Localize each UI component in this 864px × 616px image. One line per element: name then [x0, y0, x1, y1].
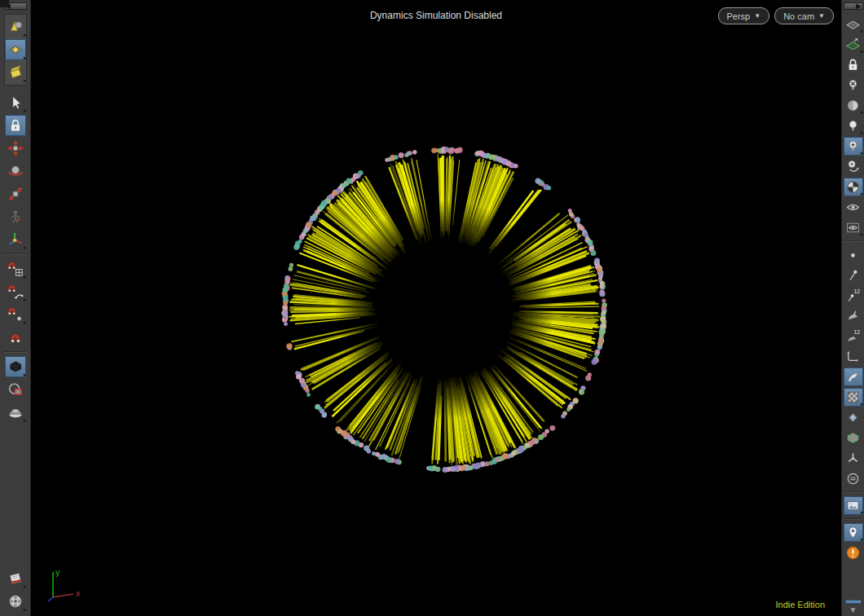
snapshot-tool[interactable]: ▸ [5, 568, 26, 589]
display-particles-icon [844, 409, 862, 426]
display-point-normals-icon [844, 266, 862, 284]
axis-x-line [53, 594, 73, 597]
render-region-icon [7, 381, 24, 398]
submenu-corner-icon: ▸ [24, 583, 27, 589]
pose-tool[interactable] [5, 206, 26, 227]
submenu-corner-icon: ▸ [24, 108, 27, 113]
display-prim-normals-icon [844, 307, 862, 324]
display-background-image-toggle[interactable]: ▸ [844, 496, 863, 515]
secure-selection-icon [7, 117, 24, 134]
display-profiles-icon [844, 348, 862, 365]
scrollbar-thumb[interactable] [845, 600, 862, 604]
viewport-messages-button[interactable] [844, 543, 863, 562]
submenu-corner-icon: ▸ [24, 244, 27, 250]
display-textures-toggle[interactable]: ▸ [844, 388, 863, 407]
display-profiles-toggle[interactable] [844, 347, 863, 366]
show-handles-tool[interactable]: ▸ [5, 16, 26, 37]
view-tool[interactable]: ▸ [5, 356, 26, 377]
submenu-corner-icon: ▸ [861, 231, 864, 237]
display-prim-numbers-toggle[interactable]: 12 [844, 327, 863, 345]
follow-headlight-icon [844, 158, 862, 175]
rotate-icon [7, 162, 24, 180]
reference-plane-icon [844, 15, 862, 33]
select-tool[interactable]: ▸ [5, 92, 26, 113]
follow-headlight-toggle[interactable] [844, 157, 863, 176]
lighting-off-toggle[interactable] [844, 76, 863, 95]
viewport[interactable]: Dynamics Simulation Disabled Persp ▼ No … [31, 0, 841, 616]
construction-plane-icon [844, 36, 862, 53]
submenu-corner-icon: ▸ [24, 55, 27, 60]
scale-tool[interactable] [5, 183, 26, 205]
scroll-down-icon[interactable]: ▼ [849, 606, 857, 614]
license-watermark: Indie Edition [775, 600, 825, 609]
visibility-options-toggle[interactable] [844, 198, 863, 217]
environment-dome-tool[interactable]: ▸ [5, 402, 26, 423]
isolate-view-toggle[interactable]: ▸ [844, 218, 863, 237]
move-tool[interactable] [5, 138, 26, 159]
grid-snap-icon [7, 260, 24, 278]
display-forces-toggle[interactable] [844, 449, 863, 468]
display-prim-normals-toggle[interactable] [844, 306, 863, 325]
display-materials-icon [844, 178, 862, 196]
reference-plane-toggle[interactable]: ▸ [844, 15, 863, 33]
rotate-tool[interactable] [5, 161, 26, 182]
flipbook-tool[interactable]: ▸ [5, 591, 26, 612]
shaded-mode-icon [844, 368, 862, 385]
viewport-left-toolbar: ◀ ▸▸▸▸▸▸▸▸▸▸▸▸ [0, 0, 31, 616]
display-prim-numbers-icon: 12 [844, 328, 862, 345]
scale-icon [7, 185, 24, 203]
headlight-toggle[interactable]: ▸ [844, 117, 863, 135]
display-point-numbers-toggle[interactable]: 12 [844, 286, 863, 305]
visualizers-icon [844, 470, 862, 487]
curve-snap-icon [7, 283, 24, 301]
projection-menu-label: Persp [727, 11, 751, 21]
projection-menu[interactable]: Persp ▼ [718, 7, 770, 24]
select-objects-icon [7, 41, 24, 59]
multi-snap-toggle[interactable] [5, 327, 26, 348]
select-geometry-icon [7, 64, 24, 81]
select-geometry-tool[interactable]: ▸ [5, 62, 26, 83]
toolbar-corner-block [0, 0, 9, 7]
curve-snap-toggle[interactable]: ▸ [5, 281, 26, 302]
normal-lighting-toggle[interactable]: ▸ [844, 137, 863, 156]
svg-text:12: 12 [853, 288, 860, 294]
point-snap-toggle[interactable]: ▸ [5, 304, 26, 325]
display-guides-toggle[interactable] [844, 429, 863, 447]
display-point-numbers-icon: 12 [844, 287, 862, 304]
select-icon [7, 94, 24, 112]
point-snap-icon [7, 306, 24, 323]
submenu-corner-icon: ▸ [861, 536, 864, 542]
chevron-down-icon: ▼ [754, 12, 760, 20]
display-particles-toggle[interactable] [844, 408, 863, 427]
display-materials-toggle[interactable]: ▸ [844, 178, 863, 196]
right-toolbar-scroll-handle[interactable]: ▶ [844, 2, 863, 10]
grid-snap-toggle[interactable]: ▸ [5, 258, 26, 279]
display-points-toggle[interactable] [844, 245, 863, 264]
submenu-corner-icon: ▸ [24, 32, 27, 37]
select-objects-tool[interactable]: ▸ [5, 39, 26, 60]
selection-mode-group: ▸▸▸ [4, 14, 27, 86]
submenu-corner-icon: ▸ [861, 401, 864, 407]
transform-handles-tool[interactable]: ▸ [5, 229, 26, 250]
snapshot-icon [7, 570, 24, 587]
viewport-render [31, 0, 841, 616]
environment-dome-icon [7, 403, 24, 421]
submenu-corner-icon: ▸ [861, 191, 864, 196]
axis-y-label: y [55, 567, 60, 577]
camera-select-menu-label: No cam [783, 11, 814, 21]
shading-sphere-toggle[interactable]: ▸ [844, 96, 863, 115]
render-region-tool[interactable] [5, 379, 26, 400]
secure-selection-toggle[interactable] [5, 115, 26, 136]
view-icon [7, 358, 24, 376]
visibility-options-icon [844, 199, 862, 216]
camera-select-menu[interactable]: No cam ▼ [774, 7, 834, 24]
right-toolbar-scrollbar[interactable]: ▼ [845, 600, 862, 616]
shaded-mode-toggle[interactable] [844, 367, 863, 386]
right-toolbar-divider-2 [844, 491, 862, 493]
display-point-normals-toggle[interactable] [844, 266, 863, 284]
display-lock-toggle[interactable] [844, 55, 863, 74]
visualizers-menu[interactable] [844, 469, 863, 488]
view-location-toggle[interactable]: ▸ [844, 523, 863, 542]
left-toolbar-divider-2 [3, 351, 27, 353]
construction-plane-toggle[interactable]: ▸ [844, 35, 863, 54]
